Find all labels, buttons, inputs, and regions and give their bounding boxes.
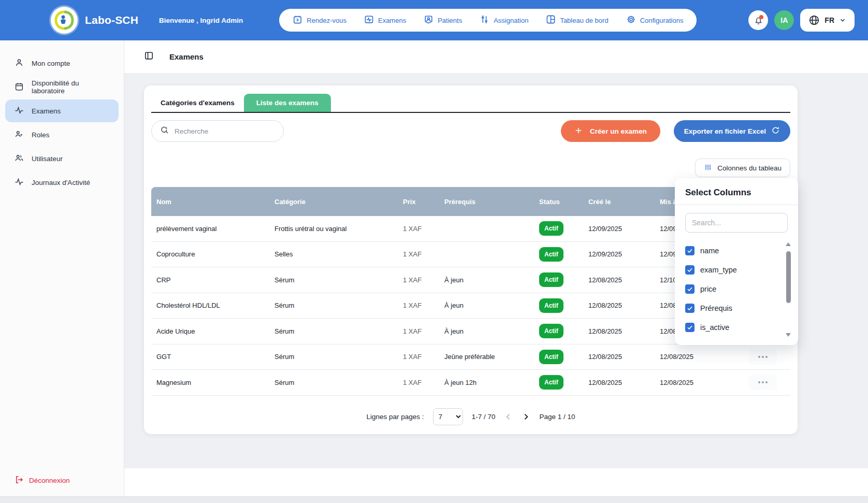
cell-categorie: Sérum [269,327,398,335]
checkbox-checked-icon[interactable] [685,284,695,294]
sidebar-item-roles[interactable]: Roles [5,123,119,146]
cell-status: Actif [534,298,583,313]
nav-item-examens[interactable]: Examens [364,15,406,26]
cell-mis-a-jour: 12/08/2025 [655,353,723,361]
cell-status: Actif [534,247,583,262]
table-row: GGT Sérum 1 XAF Jeûne préférable Actif 1… [151,344,790,370]
rows-per-page-label: Lignes par pages : [367,413,424,421]
column-option-prerequis[interactable]: Prérequis [685,298,788,318]
logout-button[interactable]: Déconnexion [15,475,70,486]
refresh-icon [771,126,780,136]
calendar-icon [15,82,24,93]
checkbox-checked-icon[interactable] [685,246,695,255]
search-box[interactable] [151,120,284,142]
cell-prix: 1 XAF [398,327,439,335]
pulse-icon [15,177,24,188]
column-option-label: name [700,247,719,255]
cell-cree-le: 12/08/2025 [583,276,655,284]
logo-icon [54,10,75,31]
columns-search-input[interactable] [685,213,788,233]
sliders-icon [704,163,712,173]
column-option-label: price [700,285,716,293]
status-badge: Actif [539,272,563,287]
cell-prix: 1 XAF [398,225,439,233]
col-header-categorie: Catégorie [269,198,398,206]
pulse-icon [15,106,24,117]
tabs: Catégories d'examens Liste des examens [151,85,790,113]
cell-prix: 1 XAF [398,379,439,386]
tab-liste-des-examens[interactable]: Liste des examens [244,94,331,112]
dropdown-scrollbar[interactable] [785,242,791,337]
checkbox-checked-icon[interactable] [685,323,695,332]
sidebar-item-mon-compte[interactable]: Mon compte [5,52,119,75]
pagination: Lignes par pages : 7 1-7 / 70 Page 1 / 1… [151,408,790,425]
col-header-cree-le: Créé le [583,198,655,206]
nav-item-assignation[interactable]: Assignation [480,15,528,26]
bottom-strip [0,496,868,503]
cell-nom: GGT [151,353,269,361]
cell-cree-le: 12/08/2025 [583,353,655,361]
plus-icon [574,126,583,136]
col-header-status: Status [534,198,583,206]
status-badge: Actif [539,324,563,338]
checkbox-checked-icon[interactable] [685,304,695,313]
row-actions-button[interactable] [749,349,777,365]
cell-nom: Magnesium [151,379,269,386]
language-selector[interactable]: FR [800,9,855,32]
cell-nom: Coproculture [151,250,269,258]
sidebar-item-label: Utilisateur [32,155,63,163]
scroll-down-arrow-icon[interactable] [786,333,791,337]
nav-item-patients[interactable]: Patients [424,15,462,26]
search-input[interactable] [175,127,263,135]
swap-arrows-icon [480,15,489,26]
cell-mis-a-jour: 12/08/2025 [655,379,723,386]
create-exam-button[interactable]: Créer un examen [561,120,660,142]
notifications-button[interactable] [748,10,768,30]
previous-page-button[interactable] [504,412,513,421]
nav-item-rendez-vous[interactable]: 8 Rendez-vous [293,15,346,26]
roles-icon [15,130,24,140]
next-page-button[interactable] [522,412,530,421]
export-excel-button[interactable]: Exporter en fichier Excel [674,120,790,142]
scrollbar-thumb[interactable] [786,251,791,303]
status-badge: Actif [539,375,563,390]
language-value: FR [824,16,834,24]
sidebar-toggle-icon[interactable] [144,51,154,63]
cell-nom: prélèvement vaginal [151,225,269,233]
dashboard-icon [546,15,556,26]
column-option-exam-type[interactable]: exam_type [685,260,788,279]
columns-list: name exam_type price Prérequis is_active [685,241,788,337]
column-option-is-active[interactable]: is_active [685,318,788,337]
column-option-name[interactable]: name [685,241,788,260]
tab-categories-examens[interactable]: Catégories d'examens [151,94,244,112]
nav-label: Examens [378,17,406,24]
avatar[interactable]: IA [774,10,794,30]
cell-cree-le: 12/08/2025 [583,301,655,309]
table-columns-button[interactable]: Colonnes du tableau [695,159,790,177]
nav-label: Assignation [494,17,528,24]
cell-prerequis: À jeun 12h [439,379,534,386]
nav-item-tableau-de-bord[interactable]: Tableau de bord [546,15,608,26]
welcome-text: Bienvenue , Ingrid Admin [159,17,243,24]
person-icon [15,58,24,69]
scroll-up-arrow-icon[interactable] [786,242,791,246]
cell-categorie: Selles [269,250,398,258]
sidebar-item-disponibilite[interactable]: Disponibilité du laboratoire [5,76,119,98]
column-option-label: exam_type [700,266,737,274]
row-actions-button[interactable] [749,375,777,390]
cell-categorie: Sérum [269,353,398,361]
cell-prix: 1 XAF [398,250,439,258]
cell-actions [723,349,790,365]
sidebar-item-examens[interactable]: Examens [5,99,119,122]
cell-nom: Cholestérol HDL/LDL [151,301,269,309]
column-option-price[interactable]: price [685,279,788,298]
select-columns-title: Select Columns [685,188,788,198]
rows-per-page-select[interactable]: 7 [433,408,463,425]
page-header: Examens [124,40,868,74]
cell-prerequis: À jeun [439,301,534,309]
sidebar-item-utilisateur[interactable]: Utilisateur [5,147,119,170]
checkbox-checked-icon[interactable] [685,265,695,275]
cell-actions [723,375,790,390]
nav-item-configurations[interactable]: Configurations [626,15,684,26]
sidebar-item-journaux[interactable]: Journaux d'Activité [5,171,119,194]
